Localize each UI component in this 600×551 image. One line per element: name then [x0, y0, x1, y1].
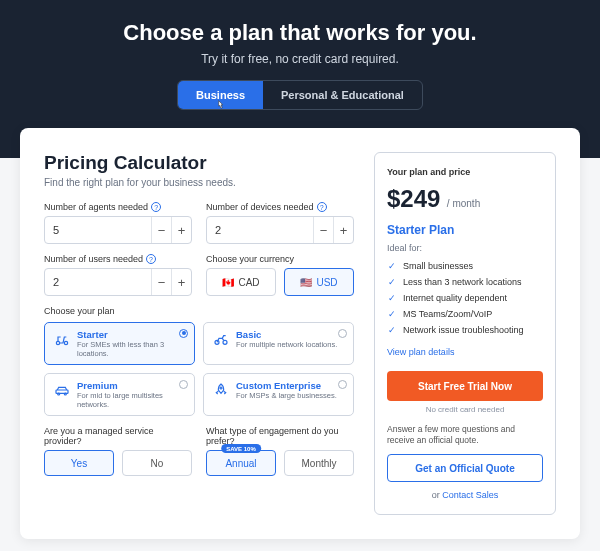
hero-title: Choose a plan that works for you. — [0, 20, 600, 46]
check-icon: ✓ — [387, 293, 397, 303]
plan-label: Choose your plan — [44, 306, 115, 316]
or-text: or Contact Sales — [387, 490, 543, 500]
plan-custom[interactable]: Custom Enterprise For MSPs & large busin… — [203, 373, 354, 416]
audience-toggle: Business Personal & Educational — [177, 80, 423, 110]
check-icon: ✓ — [387, 309, 397, 319]
info-icon[interactable]: ? — [317, 202, 327, 212]
users-stepper: − + — [44, 268, 192, 296]
info-icon[interactable]: ? — [151, 202, 161, 212]
tier-name: Starter Plan — [387, 223, 543, 237]
summary-label: Your plan and price — [387, 167, 543, 177]
devices-label: Number of devices needed — [206, 202, 314, 212]
rocket-icon — [212, 381, 230, 399]
svg-point-7 — [220, 387, 222, 389]
radio-icon — [179, 380, 188, 389]
plan-starter[interactable]: Starter For SMEs with less than 3 locati… — [44, 322, 195, 365]
devices-input[interactable] — [207, 224, 313, 236]
save-badge: SAVE 10% — [221, 444, 261, 453]
motorcycle-icon — [212, 330, 230, 348]
start-trial-button[interactable]: Start Free Trial Now — [387, 371, 543, 401]
price-per: / month — [447, 198, 480, 209]
tab-business[interactable]: Business — [178, 81, 263, 109]
list-item: ✓Internet quality dependent — [387, 293, 543, 303]
scooter-icon — [53, 330, 71, 348]
list-item: ✓Small businesses — [387, 261, 543, 271]
users-label: Number of users needed — [44, 254, 143, 264]
radio-icon — [179, 329, 188, 338]
devices-stepper: − + — [206, 216, 354, 244]
car-icon — [53, 381, 71, 399]
currency-label: Choose your currency — [206, 254, 294, 264]
engage-annual[interactable]: SAVE 10% Annual — [206, 450, 276, 476]
contact-sales-link[interactable]: Contact Sales — [442, 490, 498, 500]
hero-subtitle: Try it for free, no credit card required… — [0, 52, 600, 66]
agents-input[interactable] — [45, 224, 151, 236]
calc-heading: Pricing Calculator — [44, 152, 354, 174]
plan-details-link[interactable]: View plan details — [387, 347, 454, 357]
users-plus[interactable]: + — [171, 269, 191, 295]
flag-us-icon: 🇺🇸 — [300, 277, 312, 288]
msp-no[interactable]: No — [122, 450, 192, 476]
radio-icon — [338, 329, 347, 338]
engage-monthly[interactable]: Monthly — [284, 450, 354, 476]
agents-plus[interactable]: + — [171, 217, 191, 243]
msp-label: Are you a managed service provider? — [44, 426, 192, 446]
svg-point-2 — [215, 340, 219, 344]
plan-premium[interactable]: Premium For mid to large multisites netw… — [44, 373, 195, 416]
list-item: ✓Less than 3 network locations — [387, 277, 543, 287]
svg-point-3 — [223, 340, 227, 344]
check-icon: ✓ — [387, 277, 397, 287]
price: $249 — [387, 185, 440, 212]
svg-point-1 — [64, 341, 67, 344]
calculator-panel: Pricing Calculator Find the right plan f… — [44, 152, 354, 515]
svg-point-5 — [58, 393, 60, 395]
calc-sub: Find the right plan for your business ne… — [44, 177, 354, 188]
cursor-icon — [214, 99, 228, 110]
svg-point-0 — [56, 341, 59, 344]
list-item: ✓Network issue troubleshooting — [387, 325, 543, 335]
get-quote-button[interactable]: Get an Official Quote — [387, 454, 543, 482]
pricing-card: Pricing Calculator Find the right plan f… — [20, 128, 580, 539]
no-cc-text: No credit card needed — [387, 405, 543, 414]
agents-stepper: − + — [44, 216, 192, 244]
engage-label: What type of engagement do you prefer? — [206, 426, 354, 446]
answer-text: Answer a few more questions and receive … — [387, 424, 543, 446]
radio-icon — [338, 380, 347, 389]
ideal-label: Ideal for: — [387, 243, 543, 253]
feature-list: ✓Small businesses ✓Less than 3 network l… — [387, 261, 543, 335]
msp-yes[interactable]: Yes — [44, 450, 114, 476]
users-input[interactable] — [45, 276, 151, 288]
summary-panel: Your plan and price $249 / month Starter… — [374, 152, 556, 515]
info-icon[interactable]: ? — [146, 254, 156, 264]
plan-basic[interactable]: Basic For multiple network locations. — [203, 322, 354, 365]
devices-minus[interactable]: − — [313, 217, 333, 243]
currency-cad[interactable]: 🇨🇦 CAD — [206, 268, 276, 296]
users-minus[interactable]: − — [151, 269, 171, 295]
flag-ca-icon: 🇨🇦 — [222, 277, 234, 288]
check-icon: ✓ — [387, 325, 397, 335]
agents-label: Number of agents needed — [44, 202, 148, 212]
check-icon: ✓ — [387, 261, 397, 271]
tab-personal[interactable]: Personal & Educational — [263, 81, 422, 109]
devices-plus[interactable]: + — [333, 217, 353, 243]
currency-usd[interactable]: 🇺🇸 USD — [284, 268, 354, 296]
list-item: ✓MS Teams/Zoom/VoIP — [387, 309, 543, 319]
agents-minus[interactable]: − — [151, 217, 171, 243]
svg-point-6 — [64, 393, 66, 395]
